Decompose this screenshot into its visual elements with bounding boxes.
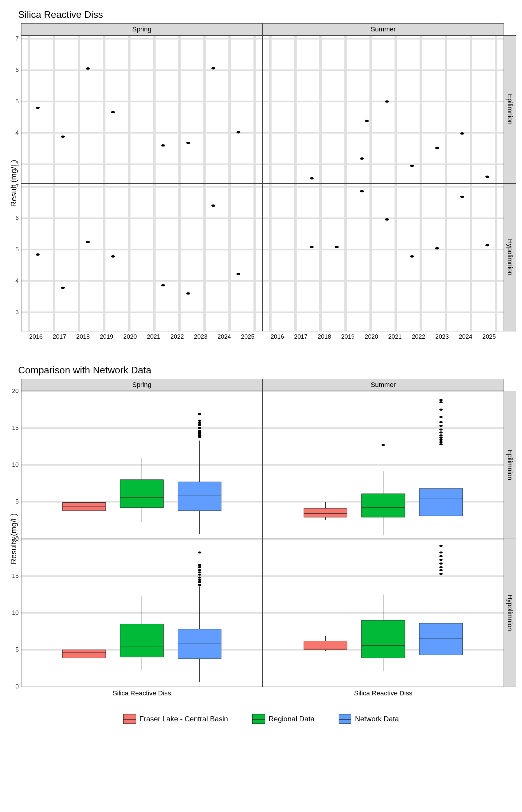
svg-rect-184: [304, 641, 347, 650]
facet-row-epi-bottom: Epilimnion: [504, 391, 516, 539]
svg-point-197: [439, 563, 443, 565]
top-x-ticks-spring: 2016201720182019202020212022202320242025: [21, 331, 262, 343]
legend-swatch: [252, 714, 265, 724]
svg-point-61: [36, 253, 40, 256]
svg-point-65: [161, 284, 165, 287]
facet-col-spring-bottom: Spring: [21, 379, 262, 391]
svg-point-64: [111, 255, 115, 258]
svg-rect-135: [419, 488, 462, 516]
svg-point-39: [360, 157, 364, 160]
facet-col-summer-bottom: Summer: [262, 379, 504, 391]
svg-point-22: [237, 131, 240, 134]
svg-point-63: [86, 241, 90, 243]
svg-point-201: [439, 545, 443, 547]
svg-point-66: [186, 292, 190, 295]
legend-label: Fraser Lake - Central Basin: [140, 715, 228, 723]
legend-swatch: [339, 714, 351, 724]
svg-point-38: [310, 177, 314, 180]
bottom-chart-title: Comparison with Network Data: [18, 365, 516, 376]
svg-point-15: [36, 107, 40, 109]
svg-point-18: [111, 111, 115, 113]
svg-point-148: [439, 401, 443, 403]
facet-row-hypo-top: Hypolimnion: [504, 183, 516, 331]
svg-point-200: [439, 552, 443, 554]
svg-point-137: [439, 443, 443, 445]
svg-point-45: [485, 176, 489, 178]
svg-point-173: [198, 569, 201, 571]
legend-label: Regional Data: [268, 715, 315, 723]
legend-item: Fraser Lake - Central Basin: [123, 714, 228, 724]
facet-col-spring-top: Spring: [21, 23, 262, 35]
svg-point-138: [439, 441, 443, 443]
svg-rect-165: [178, 629, 221, 659]
svg-point-143: [439, 428, 443, 430]
panel-bot-spring-epi: 05101520: [21, 391, 262, 539]
svg-point-198: [439, 559, 443, 561]
svg-point-149: [439, 399, 443, 401]
legend-label: Network Data: [355, 715, 399, 723]
svg-point-118: [198, 413, 201, 415]
svg-point-43: [435, 147, 439, 149]
svg-rect-188: [362, 620, 405, 658]
panel-bot-summer-hypo: [262, 539, 504, 687]
svg-point-169: [198, 579, 201, 581]
bottom-y-label: Results (mg/L): [9, 513, 18, 564]
svg-point-167: [198, 584, 201, 586]
svg-point-91: [485, 244, 489, 246]
svg-point-174: [198, 566, 201, 568]
svg-point-117: [198, 420, 201, 422]
legend-swatch: [123, 714, 136, 724]
legend-item: Network Data: [339, 714, 399, 724]
svg-point-113: [198, 430, 201, 432]
svg-point-171: [198, 574, 201, 576]
svg-point-19: [161, 144, 165, 147]
svg-point-140: [439, 437, 443, 439]
svg-point-196: [439, 566, 443, 568]
svg-point-88: [410, 255, 414, 258]
svg-point-172: [198, 571, 201, 573]
svg-rect-130: [362, 493, 405, 517]
svg-point-147: [439, 409, 443, 411]
svg-point-115: [198, 424, 201, 426]
svg-rect-192: [419, 623, 462, 655]
svg-rect-103: [120, 480, 163, 508]
svg-point-194: [439, 573, 443, 575]
svg-point-84: [310, 246, 314, 248]
svg-point-199: [439, 555, 443, 557]
bottom-x-label-summer: Silica Reactive Diss: [262, 687, 504, 699]
svg-point-62: [61, 287, 65, 289]
svg-point-21: [212, 67, 215, 69]
svg-point-90: [460, 196, 464, 198]
svg-point-145: [439, 421, 443, 423]
top-x-ticks-summer: 2016201720182019202020212022202320242025: [262, 331, 504, 343]
svg-rect-107: [178, 482, 221, 510]
top-chart-title: Silica Reactive Diss: [18, 9, 516, 20]
svg-point-168: [198, 581, 201, 583]
svg-point-89: [435, 247, 439, 249]
svg-point-44: [460, 132, 464, 135]
svg-point-132: [382, 444, 385, 446]
svg-point-176: [198, 552, 201, 554]
panel-bot-summer-epi: [262, 391, 504, 539]
svg-point-87: [385, 218, 389, 221]
svg-point-16: [61, 135, 65, 138]
svg-point-20: [186, 142, 190, 144]
svg-point-40: [365, 120, 369, 122]
panel-top-spring-hypo: 34567: [21, 183, 262, 331]
bottom-x-label-spring: Silica Reactive Diss: [21, 687, 262, 699]
svg-point-195: [439, 569, 443, 571]
legend-item: Regional Data: [252, 714, 315, 724]
svg-point-86: [360, 190, 364, 192]
svg-point-142: [439, 431, 443, 433]
svg-point-139: [439, 439, 443, 441]
svg-point-175: [198, 564, 201, 566]
facet-row-hypo-bottom: Hypolimnion: [504, 539, 516, 687]
svg-point-114: [198, 427, 201, 429]
top-y-label: Result (mg/L): [9, 160, 18, 207]
svg-point-67: [212, 204, 215, 207]
svg-point-42: [410, 165, 414, 167]
svg-point-17: [86, 67, 90, 70]
panel-top-summer-epi: [262, 35, 504, 183]
panel-top-spring-epi: 34567: [21, 35, 262, 183]
svg-point-41: [385, 100, 389, 103]
